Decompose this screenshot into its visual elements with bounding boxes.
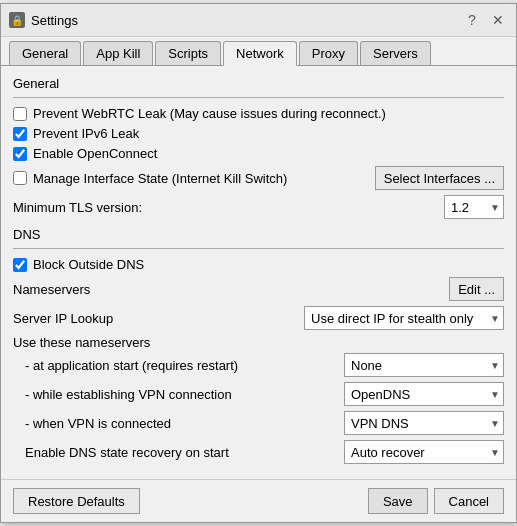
- webrtc-checkbox[interactable]: [13, 107, 27, 121]
- select-interfaces-button[interactable]: Select Interfaces ...: [375, 166, 504, 190]
- window-title: Settings: [31, 13, 78, 28]
- ipv6-row: Prevent IPv6 Leak: [13, 126, 504, 141]
- while-establishing-row: - while establishing VPN connection None…: [13, 382, 504, 406]
- general-divider: [13, 97, 504, 98]
- recovery-select[interactable]: Auto recover Always recover Never recove…: [344, 440, 504, 464]
- at-start-select-wrapper: None OpenDNS Google Custom ▼: [344, 353, 504, 377]
- at-start-row: - at application start (requires restart…: [13, 353, 504, 377]
- close-button[interactable]: ✕: [488, 10, 508, 30]
- block-dns-checkbox[interactable]: [13, 258, 27, 272]
- save-button[interactable]: Save: [368, 488, 428, 514]
- openconnect-row: Enable OpenConnect: [13, 146, 504, 161]
- ipv6-checkbox[interactable]: [13, 127, 27, 141]
- tab-servers[interactable]: Servers: [360, 41, 431, 65]
- nameservers-label: Nameservers: [13, 282, 90, 297]
- tab-network[interactable]: Network: [223, 41, 297, 66]
- bottom-right-buttons: Save Cancel: [368, 488, 504, 514]
- killswitch-row: Manage Interface State (Internet Kill Sw…: [13, 166, 504, 190]
- tab-proxy[interactable]: Proxy: [299, 41, 358, 65]
- tab-general[interactable]: General: [9, 41, 81, 65]
- content-area: General Prevent WebRTC Leak (May cause i…: [1, 66, 516, 479]
- help-button[interactable]: ?: [462, 10, 482, 30]
- killswitch-label: Manage Interface State (Internet Kill Sw…: [33, 171, 287, 186]
- dns-section-label: DNS: [13, 227, 504, 242]
- server-ip-label: Server IP Lookup: [13, 311, 113, 326]
- general-section-label: General: [13, 76, 504, 91]
- block-dns-label: Block Outside DNS: [33, 257, 144, 272]
- recovery-select-wrapper: Auto recover Always recover Never recove…: [344, 440, 504, 464]
- interfaces-select-wrapper: Select Interfaces ...: [375, 166, 504, 190]
- settings-window: 🔒 Settings ? ✕ General App Kill Scripts …: [0, 3, 517, 523]
- while-establishing-select[interactable]: None OpenDNS Google Custom: [344, 382, 504, 406]
- bottom-bar: Restore Defaults Save Cancel: [1, 479, 516, 522]
- tls-row: Minimum TLS version: 1.2 1.0 1.1 1.3 ▼: [13, 195, 504, 219]
- title-bar-controls: ? ✕: [462, 10, 508, 30]
- openconnect-checkbox[interactable]: [13, 147, 27, 161]
- openconnect-label: Enable OpenConnect: [33, 146, 157, 161]
- tab-scripts[interactable]: Scripts: [155, 41, 221, 65]
- tls-select[interactable]: 1.2 1.0 1.1 1.3: [444, 195, 504, 219]
- general-section: General Prevent WebRTC Leak (May cause i…: [13, 76, 504, 219]
- tls-select-wrapper: 1.2 1.0 1.1 1.3 ▼: [444, 195, 504, 219]
- when-connected-row: - when VPN is connected VPN DNS None Ope…: [13, 411, 504, 435]
- restore-defaults-button[interactable]: Restore Defaults: [13, 488, 140, 514]
- edit-nameservers-button[interactable]: Edit ...: [449, 277, 504, 301]
- tab-bar: General App Kill Scripts Network Proxy S…: [1, 37, 516, 66]
- server-ip-select[interactable]: Use direct IP for stealth only Always us…: [304, 306, 504, 330]
- killswitch-checkbox[interactable]: [13, 171, 27, 185]
- at-start-label: - at application start (requires restart…: [25, 358, 238, 373]
- server-ip-row: Server IP Lookup Use direct IP for steal…: [13, 306, 504, 330]
- when-connected-select[interactable]: VPN DNS None OpenDNS Google Custom: [344, 411, 504, 435]
- tls-label: Minimum TLS version:: [13, 200, 142, 215]
- while-establishing-select-wrapper: None OpenDNS Google Custom ▼: [344, 382, 504, 406]
- server-ip-select-wrapper: Use direct IP for stealth only Always us…: [304, 306, 504, 330]
- webrtc-label: Prevent WebRTC Leak (May cause issues du…: [33, 106, 386, 121]
- title-bar: 🔒 Settings ? ✕: [1, 4, 516, 37]
- when-connected-select-wrapper: VPN DNS None OpenDNS Google Custom ▼: [344, 411, 504, 435]
- webrtc-row: Prevent WebRTC Leak (May cause issues du…: [13, 106, 504, 121]
- block-dns-row: Block Outside DNS: [13, 257, 504, 272]
- recovery-label: Enable DNS state recovery on start: [25, 445, 229, 460]
- at-start-select[interactable]: None OpenDNS Google Custom: [344, 353, 504, 377]
- while-establishing-label: - while establishing VPN connection: [25, 387, 232, 402]
- tab-appkill[interactable]: App Kill: [83, 41, 153, 65]
- title-bar-left: 🔒 Settings: [9, 12, 78, 28]
- dns-section: DNS Block Outside DNS Nameservers Edit .…: [13, 227, 504, 464]
- dns-divider: [13, 248, 504, 249]
- settings-icon: 🔒: [9, 12, 25, 28]
- cancel-button[interactable]: Cancel: [434, 488, 504, 514]
- use-these-nameservers-label: Use these nameservers: [13, 335, 504, 350]
- when-connected-label: - when VPN is connected: [25, 416, 171, 431]
- nameservers-row: Nameservers Edit ...: [13, 277, 504, 301]
- recovery-row: Enable DNS state recovery on start Auto …: [13, 440, 504, 464]
- ipv6-label: Prevent IPv6 Leak: [33, 126, 139, 141]
